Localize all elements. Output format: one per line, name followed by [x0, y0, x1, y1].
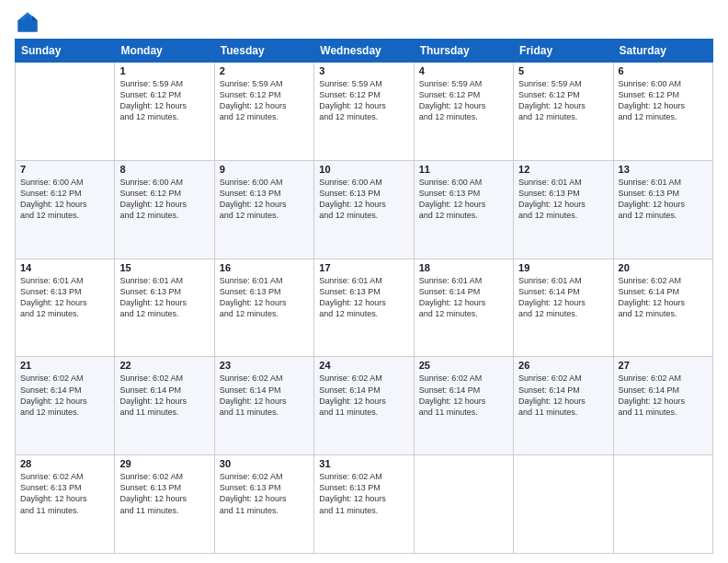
- day-info: Sunrise: 6:02 AM Sunset: 6:14 PM Dayligh…: [220, 373, 309, 418]
- calendar-cell: 12Sunrise: 6:01 AM Sunset: 6:13 PM Dayli…: [514, 160, 613, 259]
- top-area: [15, 9, 713, 35]
- day-number: 27: [619, 360, 708, 371]
- day-info: Sunrise: 6:02 AM Sunset: 6:13 PM Dayligh…: [319, 471, 408, 516]
- header-saturday: Saturday: [613, 40, 712, 63]
- day-info: Sunrise: 6:02 AM Sunset: 6:13 PM Dayligh…: [119, 471, 209, 516]
- day-info: Sunrise: 6:02 AM Sunset: 6:14 PM Dayligh…: [319, 373, 408, 418]
- calendar-cell: 30Sunrise: 6:02 AM Sunset: 6:13 PM Dayli…: [214, 455, 313, 554]
- header-wednesday: Wednesday: [314, 40, 414, 63]
- day-info: Sunrise: 5:59 AM Sunset: 6:12 PM Dayligh…: [419, 78, 508, 123]
- day-number: 21: [20, 360, 109, 371]
- calendar-cell: [613, 455, 712, 554]
- day-number: 20: [619, 262, 708, 273]
- day-number: 13: [619, 164, 708, 175]
- calendar-cell: 13Sunrise: 6:01 AM Sunset: 6:13 PM Dayli…: [613, 160, 712, 259]
- day-info: Sunrise: 6:01 AM Sunset: 6:13 PM Dayligh…: [518, 177, 608, 222]
- calendar-cell: 26Sunrise: 6:02 AM Sunset: 6:14 PM Dayli…: [514, 357, 613, 455]
- day-info: Sunrise: 6:01 AM Sunset: 6:13 PM Dayligh…: [319, 275, 408, 320]
- day-number: 12: [518, 164, 608, 175]
- day-number: 28: [20, 458, 109, 469]
- day-number: 11: [419, 164, 508, 175]
- day-info: Sunrise: 5:59 AM Sunset: 6:12 PM Dayligh…: [220, 78, 309, 123]
- calendar-cell: 27Sunrise: 6:02 AM Sunset: 6:14 PM Dayli…: [613, 357, 712, 455]
- calendar-week-row: 1Sunrise: 5:59 AM Sunset: 6:12 PM Daylig…: [16, 63, 713, 161]
- day-number: 22: [119, 360, 209, 371]
- calendar-cell: 29Sunrise: 6:02 AM Sunset: 6:13 PM Dayli…: [115, 455, 214, 554]
- day-number: 8: [119, 164, 209, 175]
- day-info: Sunrise: 6:01 AM Sunset: 6:13 PM Dayligh…: [619, 177, 708, 222]
- day-number: 24: [319, 360, 408, 371]
- day-info: Sunrise: 5:59 AM Sunset: 6:12 PM Dayligh…: [119, 78, 209, 123]
- day-number: 5: [518, 65, 608, 76]
- day-info: Sunrise: 6:02 AM Sunset: 6:14 PM Dayligh…: [619, 275, 708, 320]
- calendar-cell: 2Sunrise: 5:59 AM Sunset: 6:12 PM Daylig…: [214, 63, 313, 161]
- day-number: 6: [619, 65, 708, 76]
- day-number: 23: [220, 360, 309, 371]
- day-info: Sunrise: 6:02 AM Sunset: 6:13 PM Dayligh…: [20, 471, 109, 516]
- day-number: 31: [319, 458, 408, 469]
- day-number: 30: [220, 458, 309, 469]
- day-info: Sunrise: 6:02 AM Sunset: 6:14 PM Dayligh…: [20, 373, 109, 418]
- header-tuesday: Tuesday: [214, 40, 313, 63]
- svg-marker-3: [32, 16, 37, 20]
- day-number: 29: [119, 458, 209, 469]
- calendar-cell: 6Sunrise: 6:00 AM Sunset: 6:12 PM Daylig…: [613, 63, 712, 161]
- calendar-cell: 16Sunrise: 6:01 AM Sunset: 6:13 PM Dayli…: [214, 259, 313, 357]
- calendar-cell: 14Sunrise: 6:01 AM Sunset: 6:13 PM Dayli…: [16, 259, 115, 357]
- day-number: 26: [518, 360, 608, 371]
- calendar-cell: 7Sunrise: 6:00 AM Sunset: 6:12 PM Daylig…: [16, 160, 115, 259]
- day-info: Sunrise: 6:00 AM Sunset: 6:13 PM Dayligh…: [419, 177, 508, 222]
- calendar-week-row: 21Sunrise: 6:02 AM Sunset: 6:14 PM Dayli…: [16, 357, 713, 455]
- calendar-cell: 19Sunrise: 6:01 AM Sunset: 6:14 PM Dayli…: [514, 259, 613, 357]
- day-number: 7: [20, 164, 109, 175]
- calendar-cell: 4Sunrise: 5:59 AM Sunset: 6:12 PM Daylig…: [414, 63, 513, 161]
- day-info: Sunrise: 6:01 AM Sunset: 6:13 PM Dayligh…: [119, 275, 209, 320]
- day-info: Sunrise: 6:01 AM Sunset: 6:13 PM Dayligh…: [220, 275, 309, 320]
- header-thursday: Thursday: [414, 40, 513, 63]
- calendar-cell: 21Sunrise: 6:02 AM Sunset: 6:14 PM Dayli…: [16, 357, 115, 455]
- calendar-cell: 28Sunrise: 6:02 AM Sunset: 6:13 PM Dayli…: [16, 455, 115, 554]
- day-number: 18: [419, 262, 508, 273]
- calendar-cell: 25Sunrise: 6:02 AM Sunset: 6:14 PM Dayli…: [414, 357, 513, 455]
- day-number: 3: [319, 65, 408, 76]
- calendar-cell: 1Sunrise: 5:59 AM Sunset: 6:12 PM Daylig…: [115, 63, 214, 161]
- day-info: Sunrise: 6:00 AM Sunset: 6:13 PM Dayligh…: [319, 177, 408, 222]
- calendar-cell: 24Sunrise: 6:02 AM Sunset: 6:14 PM Dayli…: [314, 357, 414, 455]
- calendar-cell: 10Sunrise: 6:00 AM Sunset: 6:13 PM Dayli…: [314, 160, 414, 259]
- day-number: 16: [220, 262, 309, 273]
- day-info: Sunrise: 6:00 AM Sunset: 6:12 PM Dayligh…: [619, 78, 708, 123]
- day-number: 4: [419, 65, 508, 76]
- day-number: 15: [119, 262, 209, 273]
- day-info: Sunrise: 6:02 AM Sunset: 6:14 PM Dayligh…: [119, 373, 209, 418]
- day-info: Sunrise: 6:01 AM Sunset: 6:13 PM Dayligh…: [20, 275, 109, 320]
- day-number: 1: [119, 65, 209, 76]
- calendar-cell: 20Sunrise: 6:02 AM Sunset: 6:14 PM Dayli…: [613, 259, 712, 357]
- calendar-cell: 9Sunrise: 6:00 AM Sunset: 6:13 PM Daylig…: [214, 160, 313, 259]
- calendar: Sunday Monday Tuesday Wednesday Thursday…: [15, 39, 713, 554]
- day-number: 19: [518, 262, 608, 273]
- calendar-cell: 22Sunrise: 6:02 AM Sunset: 6:14 PM Dayli…: [115, 357, 214, 455]
- calendar-cell: 17Sunrise: 6:01 AM Sunset: 6:13 PM Dayli…: [314, 259, 414, 357]
- day-number: 14: [20, 262, 109, 273]
- day-info: Sunrise: 6:01 AM Sunset: 6:14 PM Dayligh…: [518, 275, 608, 320]
- calendar-cell: 31Sunrise: 6:02 AM Sunset: 6:13 PM Dayli…: [314, 455, 414, 554]
- day-number: 9: [220, 164, 309, 175]
- calendar-week-row: 28Sunrise: 6:02 AM Sunset: 6:13 PM Dayli…: [16, 455, 713, 554]
- calendar-week-row: 7Sunrise: 6:00 AM Sunset: 6:12 PM Daylig…: [16, 160, 713, 259]
- logo: [15, 9, 44, 35]
- day-info: Sunrise: 6:02 AM Sunset: 6:14 PM Dayligh…: [419, 373, 508, 418]
- calendar-cell: 5Sunrise: 5:59 AM Sunset: 6:12 PM Daylig…: [514, 63, 613, 161]
- day-info: Sunrise: 6:00 AM Sunset: 6:12 PM Dayligh…: [20, 177, 109, 222]
- header-monday: Monday: [115, 40, 214, 63]
- day-number: 10: [319, 164, 408, 175]
- calendar-cell: 15Sunrise: 6:01 AM Sunset: 6:13 PM Dayli…: [115, 259, 214, 357]
- day-number: 25: [419, 360, 508, 371]
- day-number: 2: [220, 65, 309, 76]
- calendar-cell: [414, 455, 513, 554]
- day-info: Sunrise: 6:02 AM Sunset: 6:14 PM Dayligh…: [619, 373, 708, 418]
- weekday-header-row: Sunday Monday Tuesday Wednesday Thursday…: [16, 40, 713, 63]
- page: Sunday Monday Tuesday Wednesday Thursday…: [0, 0, 728, 563]
- header-friday: Friday: [514, 40, 613, 63]
- day-info: Sunrise: 6:00 AM Sunset: 6:12 PM Dayligh…: [119, 177, 209, 222]
- calendar-cell: 18Sunrise: 6:01 AM Sunset: 6:14 PM Dayli…: [414, 259, 513, 357]
